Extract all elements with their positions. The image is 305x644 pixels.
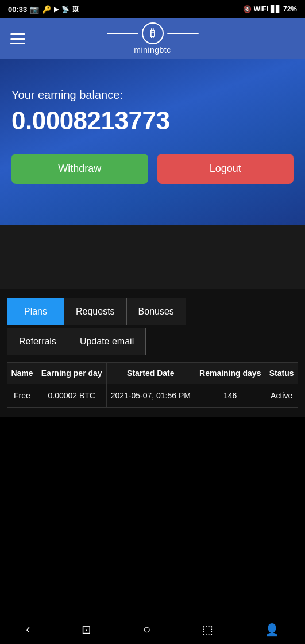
nav-person[interactable]: 👤 [265,623,279,637]
signal-icon: ▋▋ [271,5,281,13]
nav-download[interactable]: ⬚ [202,623,213,637]
table-header-row: Name Earning per day Started Date Remain… [7,363,298,384]
app-header: ₿ miningbtc [0,18,305,59]
col-header-started: Started Date [106,363,195,384]
cell-name: Free [7,384,37,408]
tab-requests[interactable]: Requests [64,298,127,325]
status-indicators: 🔇 WiFi ▋▋ 72% [243,5,297,13]
logo-area: ₿ miningbtc [107,22,199,55]
app-name: miningbtc [134,45,171,55]
tab-referrals[interactable]: Referrals [7,328,68,355]
balance-section: Your earning balance: 0.0008213773 Withd… [0,59,305,225]
battery-level: 72% [283,5,297,13]
tabs-row-2: Referrals Update email [7,328,298,355]
wifi-icon: WiFi [254,5,268,13]
status-bar: 00:33 📷 🔑 ▶ 📡 🖼 🔇 WiFi ▋▋ 72% [0,0,305,18]
android-nav-bar: ‹ ⊡ ○ ⬚ 👤 [0,615,305,644]
tab-update-email[interactable]: Update email [68,328,146,355]
withdraw-button[interactable]: Withdraw [11,154,148,184]
content-area: Plans Requests Bonuses Referrals Update … [0,289,305,417]
image-icon: 🖼 [72,6,79,13]
cell-earning: 0.00002 BTC [37,384,106,408]
youtube-icon: ▶ [54,6,59,13]
mute-icon: 🔇 [243,5,252,13]
tab-plans[interactable]: Plans [7,298,64,325]
col-header-earning: Earning per day [37,363,106,384]
col-header-name: Name [7,363,37,384]
btc-icon: ₿ [150,28,155,40]
hamburger-menu[interactable] [10,33,25,44]
status-time: 00:33 [8,5,27,14]
nav-back[interactable]: ‹ [26,622,30,637]
nav-home[interactable]: ○ [143,622,150,637]
btc-logo-circle: ₿ [142,22,164,44]
tabs-row-1: Plans Requests Bonuses [7,298,298,325]
ad-area [0,225,305,289]
hamburger-line-1 [10,33,25,35]
cell-started: 2021-05-07, 01:56 PM [106,384,195,408]
cell-remaining: 146 [195,384,265,408]
status-time-area: 00:33 📷 🔑 ▶ 📡 🖼 [8,5,79,14]
balance-amount: 0.0008213773 [11,106,294,135]
cell-status: Active [265,384,298,408]
balance-label: Your earning balance: [11,89,294,102]
hamburger-line-3 [10,43,25,44]
instagram-icon: 📷 [30,5,39,14]
table-row: Free 0.00002 BTC 2021-05-07, 01:56 PM 14… [7,384,298,408]
tab-bonuses[interactable]: Bonuses [127,298,186,325]
col-header-status: Status [265,363,298,384]
logo-line-left [107,33,138,34]
logout-button[interactable]: Logout [157,154,294,184]
cast-icon: 📡 [61,6,70,13]
action-buttons: Withdraw Logout [11,154,294,184]
plans-table: Name Earning per day Started Date Remain… [7,362,298,408]
col-header-remaining: Remaining days [195,363,265,384]
logo-with-icon: ₿ [107,22,199,44]
nav-book[interactable]: ⊡ [82,623,91,637]
hamburger-line-2 [10,38,25,40]
logo-line-right [167,33,199,34]
key-icon: 🔑 [42,5,51,14]
